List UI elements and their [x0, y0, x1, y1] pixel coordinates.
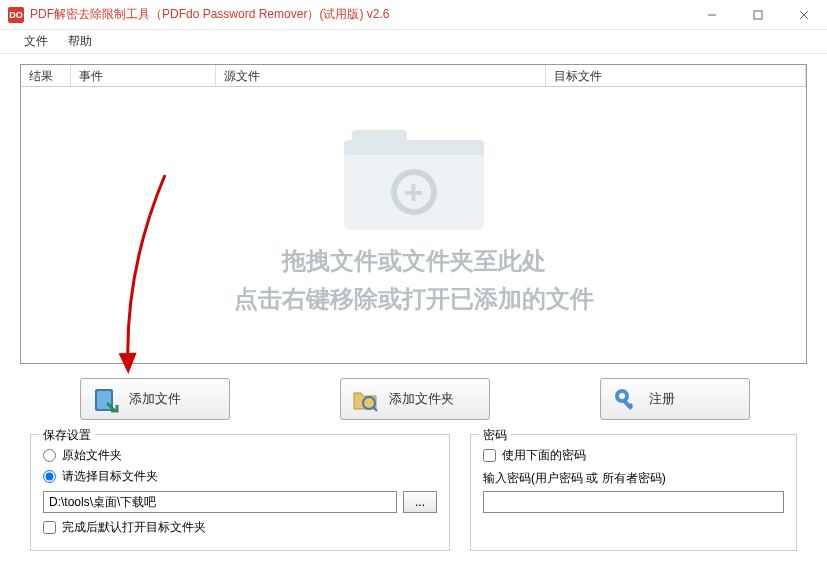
maximize-icon — [753, 10, 763, 20]
password-fieldset: 密码 使用下面的密码 输入密码(用户密码 或 所有者密码) — [470, 434, 797, 551]
radio-target-input[interactable] — [43, 470, 56, 483]
close-icon — [799, 10, 809, 20]
add-file-button[interactable]: 添加文件 — [80, 378, 230, 420]
register-label: 注册 — [649, 390, 675, 408]
register-button[interactable]: 注册 — [600, 378, 750, 420]
column-target[interactable]: 目标文件 — [546, 65, 806, 86]
close-button[interactable] — [781, 0, 827, 30]
main-content: 结果 事件 源文件 目标文件 拖拽文件或文件夹至此处 点击右键移除或打开已添加的… — [0, 54, 827, 561]
app-icon: DO — [8, 7, 24, 23]
use-password-label: 使用下面的密码 — [502, 447, 586, 464]
password-input[interactable] — [483, 491, 784, 513]
menu-help[interactable]: 帮助 — [58, 30, 102, 53]
titlebar: DO PDF解密去除限制工具（PDFdo Password Remover）(试… — [0, 0, 827, 30]
maximize-button[interactable] — [735, 0, 781, 30]
column-event[interactable]: 事件 — [71, 65, 216, 86]
password-legend: 密码 — [479, 427, 511, 444]
use-password-input[interactable] — [483, 449, 496, 462]
button-row: 添加文件 添加文件夹 注册 — [20, 364, 807, 434]
menubar: 文件 帮助 — [0, 30, 827, 54]
window-controls — [689, 0, 827, 30]
checkbox-use-password[interactable]: 使用下面的密码 — [483, 447, 784, 464]
browse-button[interactable]: ... — [403, 491, 437, 513]
minimize-button[interactable] — [689, 0, 735, 30]
password-field-group: 输入密码(用户密码 或 所有者密码) — [483, 470, 784, 513]
save-settings-legend: 保存设置 — [39, 427, 95, 444]
column-source[interactable]: 源文件 — [216, 65, 546, 86]
file-list-header: 结果 事件 源文件 目标文件 — [21, 65, 806, 87]
add-file-icon — [91, 385, 119, 413]
radio-choose-target[interactable]: 请选择目标文件夹 — [43, 468, 437, 485]
radio-target-label: 请选择目标文件夹 — [62, 468, 158, 485]
radio-original-input[interactable] — [43, 449, 56, 462]
target-path-row: ... — [43, 491, 437, 513]
folder-plus-icon — [344, 130, 484, 230]
add-file-label: 添加文件 — [129, 390, 181, 408]
bottom-settings-row: 保存设置 原始文件夹 请选择目标文件夹 ... 完成后默认打开目标文件夹 密码 — [20, 434, 807, 551]
svg-point-9 — [619, 393, 625, 399]
checkbox-open-after[interactable]: 完成后默认打开目标文件夹 — [43, 519, 437, 536]
open-after-input[interactable] — [43, 521, 56, 534]
drop-text-line2: 点击右键移除或打开已添加的文件 — [234, 283, 594, 315]
svg-rect-1 — [754, 11, 762, 19]
file-list-panel[interactable]: 结果 事件 源文件 目标文件 拖拽文件或文件夹至此处 点击右键移除或打开已添加的… — [20, 64, 807, 364]
target-path-input[interactable] — [43, 491, 397, 513]
radio-original-folder[interactable]: 原始文件夹 — [43, 447, 437, 464]
minimize-icon — [707, 10, 717, 20]
radio-original-label: 原始文件夹 — [62, 447, 122, 464]
register-icon — [611, 385, 639, 413]
add-folder-label: 添加文件夹 — [389, 390, 454, 408]
column-result[interactable]: 结果 — [21, 65, 71, 86]
drop-text-line1: 拖拽文件或文件夹至此处 — [282, 245, 546, 277]
window-title: PDF解密去除限制工具（PDFdo Password Remover）(试用版)… — [30, 6, 689, 23]
password-input-label: 输入密码(用户密码 或 所有者密码) — [483, 470, 784, 487]
open-after-label: 完成后默认打开目标文件夹 — [62, 519, 206, 536]
save-settings-fieldset: 保存设置 原始文件夹 请选择目标文件夹 ... 完成后默认打开目标文件夹 — [30, 434, 450, 551]
menu-file[interactable]: 文件 — [14, 30, 58, 53]
add-folder-button[interactable]: 添加文件夹 — [340, 378, 490, 420]
drop-zone[interactable]: 拖拽文件或文件夹至此处 点击右键移除或打开已添加的文件 — [21, 87, 806, 363]
add-folder-icon — [351, 385, 379, 413]
